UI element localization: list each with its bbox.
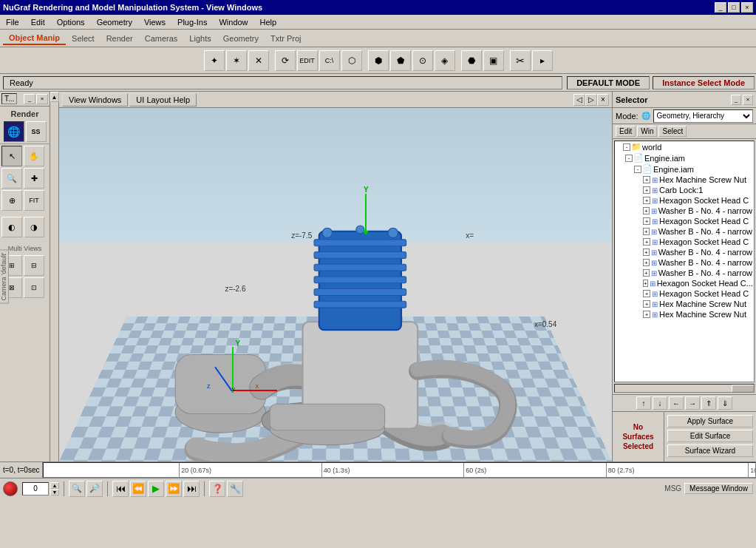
tab-lights[interactable]: Lights [183,33,217,44]
menu-window[interactable]: Window [216,17,251,27]
selector-minimize[interactable]: _ [731,95,741,105]
left-view2-tool[interactable]: ⊟ [24,255,44,276]
tree-item-world[interactable]: - 📁 world [615,141,754,152]
tree-expand-engine1[interactable]: - [625,155,633,162]
apply-surface-btn[interactable]: Apply Surface [667,415,753,427]
item4-expand[interactable]: + [643,186,650,194]
panel-close[interactable]: × [36,94,48,104]
vp-tab-ui-layout[interactable]: UI Layout Help [129,93,197,106]
toolbar-btn-13[interactable]: ▣ [483,50,504,71]
tree-item-11[interactable]: + ⊞ Washer B - No. 4 - narrow [615,257,754,268]
item8-expand[interactable]: + [643,228,650,235]
menu-help[interactable]: Help [257,17,280,27]
time-input[interactable]: 0 [22,482,49,495]
menu-geometry[interactable]: Geometry [94,17,135,27]
item12-expand[interactable]: + [643,269,650,277]
scroll-up-btn[interactable]: ▲ [50,92,59,102]
item16-expand[interactable]: + [643,311,650,318]
tab-render[interactable]: Render [101,33,139,44]
menu-plugins[interactable]: Plug-Ins [174,17,210,27]
toolbar-btn-12[interactable]: ⬣ [461,50,482,71]
item10-expand[interactable]: + [643,248,650,256]
left-add-tool[interactable]: ✚ [24,168,44,189]
left-fit-tool[interactable]: FIT [24,190,44,211]
item15-expand[interactable]: + [643,300,650,308]
tree-item-6[interactable]: + ⊞ Washer B - No. 4 - narrow [615,206,754,216]
3d-viewport[interactable]: Y z x y z=-7.5 z=-2.6 x= x=0.54 Y [59,108,612,461]
scroll-bottom-arrow[interactable]: ⇓ [718,396,732,410]
play-ball-icon[interactable] [3,481,18,496]
panel-minimize[interactable]: _ [24,94,35,104]
tree-item-16[interactable]: + ⊞ Hex Machine Screw Nut [615,309,754,319]
playback-end[interactable]: ⏭ [183,481,200,497]
left-view4-tool[interactable]: ⊡ [24,277,44,298]
playback-search2[interactable]: 🔎 [86,481,103,497]
left-shade1-tool[interactable]: ◐ [1,217,22,237]
vp-nav-close[interactable]: × [597,94,609,106]
selector-win-btn[interactable]: Win [637,126,657,137]
tree-item-8[interactable]: + ⊞ Washer B - No. 4 - narrow [615,226,754,237]
message-window-btn[interactable]: Message Window [684,483,753,494]
scroll-top-arrow[interactable]: ⇑ [701,396,716,410]
timeline-track[interactable]: 20 (0.67s) 40 (1.3s) 60 (2s) 80 (2.7s) 1… [43,462,756,478]
tree-item-13[interactable]: + ⊞ Hexagon Socket Head C... [615,278,754,288]
toolbar-btn-14[interactable]: ✂ [510,50,531,71]
tab-cameras[interactable]: Cameras [139,33,184,44]
tree-item-5[interactable]: + ⊞ Hexagon Socket Head C [615,195,754,206]
minimize-button[interactable]: _ [715,2,726,13]
toolbar-btn-15[interactable]: ▸ [532,50,553,71]
tree-item-engine1[interactable]: - 📄 Engine.iam [615,152,754,163]
item3-expand[interactable]: + [643,176,650,183]
toolbar-btn-3[interactable]: ✕ [248,50,269,71]
selector-edit-btn[interactable]: Edit [616,126,636,137]
toolbar-btn-2[interactable]: ✶ [226,50,247,71]
vp-nav-right[interactable]: ▷ [585,94,597,106]
time-down-btn[interactable]: ▼ [50,489,59,495]
tree-item-12[interactable]: + ⊞ Washer B - No. 4 - narrow [615,268,754,278]
left-shade2-tool[interactable]: ◑ [24,217,44,237]
scroll-right-arrow[interactable]: → [685,396,700,410]
toolbar-edit[interactable]: EDIT [297,50,318,71]
playback-start[interactable]: ⏮ [112,481,129,497]
left-btn-globe[interactable]: 🌐 [4,121,24,142]
toolbar-path[interactable]: C:\ [319,50,340,71]
playback-forward[interactable]: ⏩ [166,481,182,497]
left-zoom-tool[interactable]: 🔍 [1,168,22,189]
tree-item-10[interactable]: + ⊞ Washer B - No. 4 - narrow [615,247,754,257]
tab-select[interactable]: Select [66,33,101,44]
playback-help[interactable]: ❓ [209,481,225,497]
item14-expand[interactable]: + [643,290,650,297]
viewport-scroll-left[interactable]: ▲ [50,92,59,461]
menu-file[interactable]: File [3,17,22,27]
item6-expand[interactable]: + [643,207,650,214]
scroll-left-arrow[interactable]: ← [669,396,684,410]
tree-item-9[interactable]: + ⊞ Hexagon Socket Head C [615,237,754,247]
tree-scrollbar[interactable] [614,384,755,393]
playback-rewind[interactable]: ⏪ [130,481,146,497]
close-button[interactable]: × [741,2,753,13]
item5-expand[interactable]: + [643,197,650,204]
left-orbit-tool[interactable]: ⊕ [1,190,22,211]
toolbar-btn-11[interactable]: ◈ [435,50,455,71]
mode-select[interactable]: Geometry, Hierarchy [653,109,753,123]
tree-view[interactable]: - 📁 world - 📄 Engine.iam - 📄 Engine.iam … [614,141,755,382]
toolbar-btn-7[interactable]: ⬡ [341,50,362,71]
menu-views[interactable]: Views [141,17,168,27]
menu-options[interactable]: Options [54,17,88,27]
edit-surface-btn[interactable]: Edit Surface [667,430,753,442]
time-up-btn[interactable]: ▲ [50,482,59,489]
surface-wizard-btn[interactable]: Surface Wizard [667,444,753,457]
item9-expand[interactable]: + [643,238,650,246]
toolbar-btn-10[interactable]: ⊙ [412,50,433,71]
toolbar-btn-1[interactable]: ✦ [204,50,225,71]
vp-tab-view-windows[interactable]: View Windows [62,93,128,106]
item13-expand[interactable]: + [643,280,648,287]
left-select-tool[interactable]: ↖ [1,146,22,166]
toolbar-btn-4[interactable]: ⟳ [275,50,296,71]
left-hand-tool[interactable]: ✋ [24,146,44,166]
toolbar-btn-8[interactable]: ⬢ [368,50,389,71]
tree-item-14[interactable]: + ⊞ Hexagon Socket Head C [615,288,754,299]
vp-nav-left[interactable]: ◁ [573,94,585,106]
tree-expand-world[interactable]: - [623,143,630,151]
tree-item-7[interactable]: + ⊞ Hexagon Socket Head C [615,216,754,226]
